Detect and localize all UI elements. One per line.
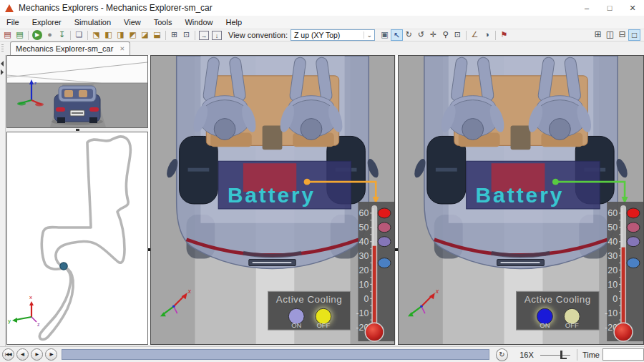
off-label: OFF (565, 321, 579, 329)
timeline-slider[interactable] (62, 349, 489, 360)
thermometer-tick-label: 0 (364, 294, 369, 304)
view-side-icon[interactable]: ⬓ (151, 29, 163, 41)
menu-item-tools[interactable]: Tools (147, 18, 179, 26)
view-front-icon[interactable]: ◧ (102, 29, 114, 41)
menu-bar: FileExplorerSimulationViewToolsWindowHel… (0, 16, 644, 29)
select-cursor-icon[interactable]: ↖ (391, 29, 403, 41)
menu-item-explorer[interactable]: Explorer (26, 18, 68, 26)
active-cooling-panel: Active Cooling ON OFF (268, 291, 351, 330)
thermometer-tick-label: 40 (359, 237, 369, 247)
menu-item-file[interactable]: File (0, 18, 26, 26)
battery-annotation: Battery (218, 161, 351, 209)
mechanics-explorer-window: Mechanics Explorers - Mechanics Explorer… (0, 0, 644, 362)
perspective-globe-icon[interactable]: ◑ (481, 29, 493, 41)
wheel (89, 117, 97, 123)
play-button[interactable]: ▶ (31, 348, 43, 361)
battery-label: Battery (476, 183, 565, 207)
fit-to-view-icon[interactable]: ❏ (73, 29, 85, 41)
view-convention-dropdown[interactable]: Z up (XY Top) ⌄ (291, 29, 375, 41)
menu-item-help[interactable]: Help (220, 18, 249, 26)
time-input[interactable] (602, 348, 644, 361)
viewport-left[interactable]: Battery 6050403020100-10-20 Active Cooli… (150, 55, 395, 345)
menu-item-view[interactable]: View (117, 18, 147, 26)
signal-port-marker (627, 222, 640, 233)
play-icon[interactable]: ▶ (32, 30, 42, 40)
thermometer-tick-label: 30 (359, 251, 369, 261)
viewport-right[interactable]: Battery 6050403020100-10-20 Active Cooli… (398, 55, 644, 345)
thermometer-tick-label: 50 (359, 222, 369, 233)
signal-port-marker (378, 237, 391, 247)
menu-item-window[interactable]: Window (178, 18, 219, 26)
thermometer-tick-label: -10 (356, 308, 369, 318)
toolbar-separator (87, 31, 88, 40)
speed-slider[interactable] (540, 349, 570, 361)
tab-mechanics-explorer[interactable]: Mechanics Explorer-sm_car ✕ (10, 41, 130, 55)
track-path (42, 137, 130, 269)
view-back-icon[interactable]: ◨ (114, 29, 127, 41)
active-cooling-title: Active Cooling (525, 294, 591, 305)
taillight (56, 107, 65, 112)
single-pane-layout-icon[interactable]: ⊡ (180, 29, 192, 41)
four-pane-layout-icon[interactable]: ⊞ (168, 29, 180, 41)
view-top-icon[interactable]: ◩ (127, 29, 139, 41)
window-title: Mechanics Explorers - Mechanics Explorer… (19, 3, 213, 13)
boxed-arrow-down-icon[interactable]: ↓ (212, 31, 222, 40)
tab-close-icon[interactable]: ✕ (119, 45, 125, 52)
pin-frame-icon[interactable]: ⚑ (498, 29, 510, 41)
minimize-button[interactable]: – (575, 0, 598, 16)
layout-quad-icon[interactable]: ⊞ (592, 29, 604, 41)
passenger-head (214, 119, 235, 140)
zoom-region-icon[interactable]: ⊡ (452, 29, 464, 41)
tab-grip (1, 44, 4, 53)
loop-button[interactable]: ↻ (496, 348, 509, 361)
matlab-logo-icon (5, 4, 14, 12)
step-back-button[interactable]: ◀| (16, 348, 29, 361)
left-panel: z x (6, 55, 148, 345)
view-bottom-icon[interactable]: ◪ (139, 29, 151, 41)
off-label: OFF (316, 321, 330, 329)
export-video-icon[interactable]: ▤ (14, 29, 26, 41)
zoom-icon[interactable]: ⚲ (439, 29, 452, 41)
on-label: ON (291, 321, 301, 329)
on-label: ON (540, 321, 550, 329)
export-figure-icon[interactable]: ▤ (1, 29, 14, 41)
chevron-down-icon: ⌄ (364, 31, 374, 39)
title-bar: Mechanics Explorers - Mechanics Explorer… (0, 0, 644, 16)
wheel (57, 117, 65, 123)
axes-triad: x y z (8, 294, 40, 327)
tab-bar: Mechanics Explorer-sm_car ✕ (0, 41, 644, 55)
speed-slider-track (540, 355, 570, 356)
close-button[interactable]: ✕ (621, 0, 644, 16)
boxed-arrow-right-icon[interactable]: → (199, 31, 209, 40)
axes-triad-icon[interactable]: ∠ (469, 29, 481, 41)
z-axis-label: z (34, 81, 36, 85)
thermometer-tick-label: 60 (359, 208, 369, 218)
stop-icon[interactable]: ● (44, 29, 56, 41)
seat (64, 90, 73, 97)
x-axis-label: x (435, 288, 439, 295)
car-position-marker (60, 263, 67, 270)
layout-rows-icon[interactable]: ⊟ (616, 29, 628, 41)
view-convention-value: Z up (XY Top) (294, 31, 340, 39)
view-isometric-icon[interactable]: ⬔ (90, 29, 102, 41)
orbit-icon[interactable]: ↻ (403, 29, 415, 41)
track-map-panel[interactable]: x y z (6, 132, 148, 345)
thermometer-tick-label: 50 (608, 222, 618, 233)
roll-icon[interactable]: ↺ (415, 29, 427, 41)
layout-single-icon[interactable]: □ (628, 29, 640, 41)
layout-columns-icon[interactable]: ◫ (604, 29, 616, 41)
pan-icon[interactable]: ✛ (427, 29, 439, 41)
snapshot-export-icon[interactable]: ↧ (56, 29, 68, 41)
panel-collapse-handle[interactable] (0, 55, 6, 346)
step-forward-button[interactable]: |▶ (45, 348, 57, 361)
menu-item-simulation[interactable]: Simulation (68, 18, 117, 26)
tab-label: Mechanics Explorer-sm_car (16, 44, 113, 53)
seat (79, 90, 87, 97)
go-to-start-button[interactable]: |◀◀ (2, 348, 14, 361)
connector-dot (552, 179, 559, 185)
temperature-markers (378, 208, 391, 268)
maximize-button[interactable]: □ (598, 0, 621, 16)
thermometer-tick-label: 10 (359, 280, 369, 290)
camera-icon[interactable]: ▣ (379, 29, 391, 41)
camera-view-panel[interactable]: z (6, 55, 148, 128)
